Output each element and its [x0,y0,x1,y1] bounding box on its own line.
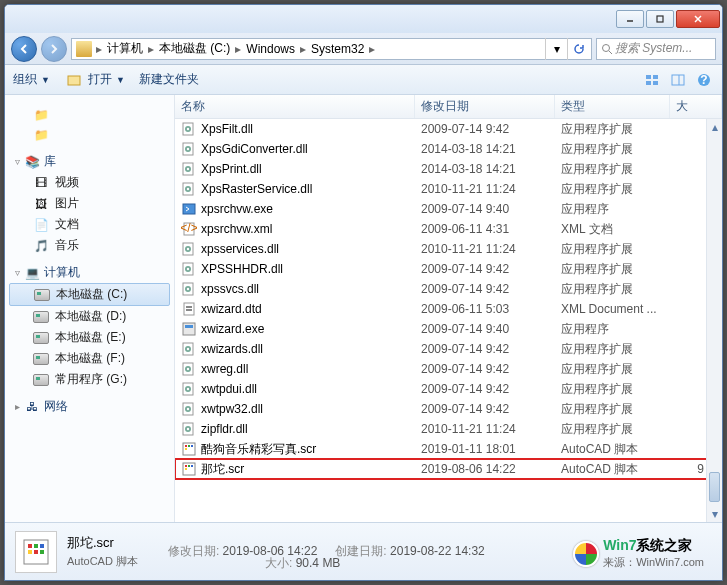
file-name: xpsrchvw.exe [201,202,273,216]
search-icon [601,43,613,55]
sidebar-item-drive-f[interactable]: 本地磁盘 (F:) [5,348,174,369]
disk-icon [34,287,50,303]
toolbar: 组织 ▼ 打开 ▼ 新建文件夹 ? [5,65,722,95]
disk-icon [33,330,49,346]
refresh-icon[interactable] [567,38,589,60]
file-type: 应用程序扩展 [555,361,670,378]
file-list[interactable]: XpsFilt.dll2009-07-14 9:42应用程序扩展XpsGdiCo… [175,119,722,522]
favorites-item[interactable]: 📁 [5,105,174,125]
sidebar-item-pictures[interactable]: 🖼图片 [5,193,174,214]
file-row[interactable]: zipfldr.dll2010-11-21 11:24应用程序扩展 [175,419,722,439]
chevron-right-icon: ▸ [146,42,156,56]
file-type: 应用程序扩展 [555,401,670,418]
svg-rect-71 [34,544,38,548]
scroll-thumb[interactable] [709,472,720,502]
file-row[interactable]: xwizard.dtd2009-06-11 5:03XML Document .… [175,299,722,319]
file-row[interactable]: 那坨.scr2019-08-06 14:22AutoCAD 脚本9 [175,459,722,479]
file-row[interactable]: xwreg.dll2009-07-14 9:42应用程序扩展 [175,359,722,379]
view-options-icon[interactable] [642,70,662,90]
open-button[interactable]: 打开 ▼ [64,70,125,90]
breadcrumb-item[interactable]: 本地磁盘 (C:) [156,39,233,59]
svg-point-46 [187,348,189,350]
file-row[interactable]: xpsservices.dll2010-11-21 11:24应用程序扩展 [175,239,722,259]
file-row[interactable]: 酷狗音乐精彩写真.scr2019-01-11 18:01AutoCAD 脚本 [175,439,722,459]
svg-rect-62 [191,445,193,447]
file-row[interactable]: xwizards.dll2009-07-14 9:42应用程序扩展 [175,339,722,359]
file-name: XpsPrint.dll [201,162,262,176]
computer-header[interactable]: ▿💻计算机 [5,262,174,283]
file-row[interactable]: xpsrchvw.exe2009-07-14 9:40应用程序 [175,199,722,219]
close-button[interactable] [676,10,720,28]
svg-rect-7 [646,75,651,79]
column-headers: 名称 修改日期 类型 大 [175,95,722,119]
document-icon: 📄 [33,217,49,233]
maximize-button[interactable] [646,10,674,28]
chevron-down-icon: ▿ [15,156,20,167]
file-date: 2009-07-14 9:42 [415,282,555,296]
svg-point-4 [603,44,610,51]
svg-rect-67 [191,465,193,467]
file-icon [181,261,197,277]
body: 📁 📁 ▿📚库 🎞视频 🖼图片 📄文档 🎵音乐 ▿💻计算机 本地磁盘 (C:) … [5,95,722,522]
svg-rect-74 [34,550,38,554]
vertical-scrollbar[interactable]: ▴ ▾ [706,119,722,522]
favorites-item[interactable]: 📁 [5,125,174,145]
file-row[interactable]: XPSSHHDR.dll2009-07-14 9:42应用程序扩展 [175,259,722,279]
svg-point-32 [187,248,189,250]
svg-rect-8 [653,75,658,79]
sidebar-item-drive-d[interactable]: 本地磁盘 (D:) [5,306,174,327]
file-row[interactable]: xwtpw32.dll2009-07-14 9:42应用程序扩展 [175,399,722,419]
sidebar-item-drive-g[interactable]: 常用程序 (G:) [5,369,174,390]
svg-rect-70 [28,544,32,548]
back-button[interactable] [11,36,37,62]
column-size[interactable]: 大 [670,95,722,118]
file-row[interactable]: XpsRasterService.dll2010-11-21 11:24应用程序… [175,179,722,199]
library-icon: 📚 [24,154,40,170]
search-input[interactable]: 搜索 System... [596,38,716,60]
file-name: XpsGdiConverter.dll [201,142,308,156]
explorer-window: ▸ 计算机 ▸ 本地磁盘 (C:) ▸ Windows ▸ System32 ▸… [4,4,723,581]
organize-menu[interactable]: 组织 ▼ [13,71,50,88]
sidebar-item-documents[interactable]: 📄文档 [5,214,174,235]
column-date[interactable]: 修改日期 [415,95,555,118]
network-header[interactable]: ▸🖧网络 [5,396,174,417]
file-row[interactable]: XpsGdiConverter.dll2014-03-18 14:21应用程序扩… [175,139,722,159]
file-type: 应用程序扩展 [555,141,670,158]
dropdown-icon[interactable]: ▾ [545,38,567,60]
scroll-down-icon[interactable]: ▾ [707,506,722,522]
column-name[interactable]: 名称 [175,95,415,118]
breadcrumb-item[interactable]: 计算机 [104,39,146,59]
file-row[interactable]: xwtpdui.dll2009-07-14 9:42应用程序扩展 [175,379,722,399]
file-date: 2019-08-06 14:22 [415,462,555,476]
scroll-up-icon[interactable]: ▴ [707,119,722,135]
forward-button[interactable] [41,36,67,62]
preview-pane-icon[interactable] [668,70,688,90]
file-type: 应用程序扩展 [555,421,670,438]
breadcrumb-item[interactable]: System32 [308,39,367,59]
new-folder-button[interactable]: 新建文件夹 [139,71,199,88]
sidebar-item-music[interactable]: 🎵音乐 [5,235,174,256]
video-icon: 🎞 [33,175,49,191]
breadcrumb[interactable]: ▸ 计算机 ▸ 本地磁盘 (C:) ▸ Windows ▸ System32 ▸… [71,38,592,60]
file-row[interactable]: XpsFilt.dll2009-07-14 9:42应用程序扩展 [175,119,722,139]
sidebar-item-drive-c[interactable]: 本地磁盘 (C:) [9,283,170,306]
sidebar-item-videos[interactable]: 🎞视频 [5,172,174,193]
sidebar-item-drive-e[interactable]: 本地磁盘 (E:) [5,327,174,348]
file-row[interactable]: XpsPrint.dll2014-03-18 14:21应用程序扩展 [175,159,722,179]
file-type: AutoCAD 脚本 [555,461,670,478]
help-icon[interactable]: ? [694,70,714,90]
file-row[interactable]: </>xpsrchvw.xml2009-06-11 4:31XML 文档 [175,219,722,239]
file-row[interactable]: xpssvcs.dll2009-07-14 9:42应用程序扩展 [175,279,722,299]
details-filename: 那坨.scr [67,534,138,552]
column-type[interactable]: 类型 [555,95,670,118]
breadcrumb-item[interactable]: Windows [243,39,298,59]
picture-icon: 🖼 [33,196,49,212]
svg-rect-9 [646,81,651,85]
folder-icon [76,41,92,57]
open-icon [64,70,84,90]
libraries-header[interactable]: ▿📚库 [5,151,174,172]
file-row[interactable]: xwizard.exe2009-07-14 9:40应用程序 [175,319,722,339]
disk-icon [33,309,49,325]
minimize-button[interactable] [616,10,644,28]
file-date: 2010-11-21 11:24 [415,242,555,256]
